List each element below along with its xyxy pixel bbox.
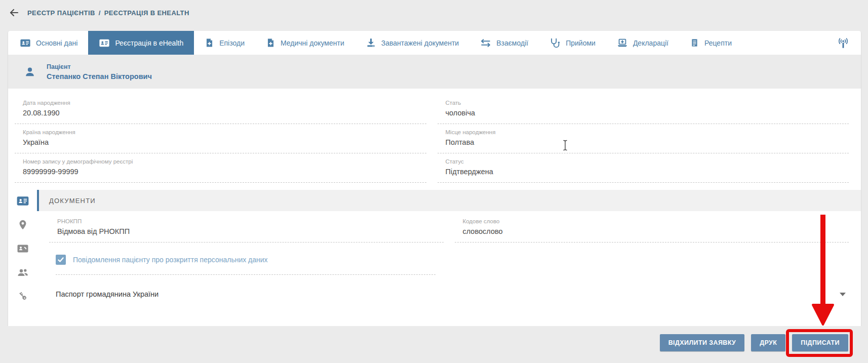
field-label: Номер запису у демографічному реєстрі <box>23 158 426 165</box>
field-value: чоловіча <box>446 109 849 117</box>
field-label: Країна народження <box>23 129 426 135</box>
documents-section: ДОКУМЕНТИ РНОКПП Відмова від РНОКПП Кодо… <box>37 190 861 326</box>
patient-form: Дата народження 20.08.1990 Стать чоловіч… <box>8 89 861 183</box>
broadcast-icon <box>837 36 850 50</box>
chevron-down-icon[interactable] <box>840 293 846 296</box>
passport-accordion[interactable]: Паспорт громадянина України <box>56 290 849 298</box>
laptop-plus-icon <box>617 37 628 49</box>
patient-label: Пацієнт <box>47 63 152 70</box>
field-label: Статус <box>446 158 849 165</box>
tab-main-data[interactable]: Основні дані <box>9 31 88 55</box>
tab-label: Рецепти <box>704 39 732 47</box>
breadcrumb-parent[interactable]: РЕЄСТР ПАЦІЄНТІВ <box>27 9 95 17</box>
tab-declarations[interactable]: Декларації <box>606 31 679 55</box>
patient-header: Пацієнт Степанко Степан Вікторович <box>8 55 861 89</box>
action-bar: ВІДХИЛИТИ ЗАЯВКУ ДРУК ПІДПИСАТИ <box>0 326 868 363</box>
sidebar-item-addresses[interactable] <box>16 218 29 231</box>
check-icon <box>57 256 64 263</box>
field-gender: Стать чоловіча <box>438 95 849 124</box>
patient-name: Степанко Степан Вікторович <box>47 72 152 80</box>
field-value: Підтверджена <box>446 168 849 176</box>
field-value: словослово <box>463 227 849 235</box>
id-card-icon <box>16 194 29 208</box>
field-birth-country: Країна народження Україна <box>15 124 426 153</box>
field-value: 20.08.1990 <box>23 109 426 117</box>
document-plus-icon <box>205 38 214 48</box>
field-rnokpp: РНОКПП Відмова від РНОКПП <box>49 213 444 243</box>
field-birth-date: Дата народження 20.08.1990 <box>15 95 426 124</box>
field-label: Місце народження <box>446 129 849 135</box>
tab-ehealth-registration[interactable]: Реєстрація в eHealth <box>88 31 194 55</box>
id-card-icon <box>20 37 31 49</box>
consent-row[interactable]: Повідомлення пацієнту про розкриття перс… <box>56 255 436 275</box>
tab-prescriptions[interactable]: Рецепти <box>679 31 742 55</box>
arrow-left-icon <box>8 7 20 19</box>
print-button[interactable]: ДРУК <box>751 334 785 351</box>
field-label: РНОКПП <box>57 218 444 224</box>
documents-section-header: ДОКУМЕНТИ <box>37 190 861 211</box>
field-value: Полтава <box>446 138 849 146</box>
tab-episodes[interactable]: Епізоди <box>194 31 255 55</box>
tab-uploaded-documents[interactable]: Завантажені документи <box>355 31 469 55</box>
id-card-icon <box>99 37 110 49</box>
field-label: Кодове слово <box>463 218 849 224</box>
consent-label: Повідомлення пацієнту про розкриття перс… <box>73 256 268 264</box>
tab-label: Декларації <box>633 39 668 47</box>
back-button[interactable] <box>8 6 21 19</box>
contact-card-phone-icon <box>17 243 29 255</box>
sidebar-item-contacts[interactable] <box>16 242 29 255</box>
field-value: Відмова від РНОКПП <box>57 227 444 235</box>
sidebar-item-relatives[interactable] <box>16 266 29 279</box>
tab-label: Епізоди <box>219 39 245 47</box>
field-label: Стать <box>446 100 849 106</box>
documents-title: ДОКУМЕНТИ <box>49 197 96 205</box>
receipt-icon <box>690 38 699 48</box>
map-pin-icon <box>17 219 28 230</box>
breadcrumb-current: РЕЄСТРАЦІЯ В EHEALTH <box>104 9 189 17</box>
tab-label: Завантажені документи <box>381 39 459 47</box>
breadcrumb: РЕЄСТР ПАЦІЄНТІВ / РЕЄСТРАЦІЯ В EHEALTH <box>0 0 868 25</box>
field-status: Статус Підтверджена <box>438 153 849 183</box>
tab-interactions[interactable]: Взаємодії <box>469 31 539 55</box>
field-value: 89999999-99999 <box>23 168 426 176</box>
field-birth-place: Місце народження Полтава <box>438 124 849 153</box>
tab-appointments[interactable]: Прийоми <box>539 31 606 55</box>
field-label: Дата народження <box>23 100 426 106</box>
field-value: Україна <box>23 138 426 146</box>
download-icon <box>366 37 376 48</box>
connection-status[interactable] <box>825 31 861 55</box>
tab-bar: Основні дані Реєстрація в eHealth Епізод… <box>8 31 861 55</box>
tab-label: Медичні документи <box>281 39 344 47</box>
sidebar-item-authentication[interactable] <box>16 290 29 303</box>
main-card: Основні дані Реєстрація в eHealth Епізод… <box>8 31 861 326</box>
field-registry-number: Номер запису у демографічному реєстрі 89… <box>15 153 426 183</box>
field-code-word: Кодове слово словослово <box>455 213 849 243</box>
tab-label: Прийоми <box>566 39 596 47</box>
arrows-exchange-icon <box>480 37 491 49</box>
document-plus-icon <box>266 38 275 48</box>
people-icon <box>17 266 29 278</box>
breadcrumb-separator: / <box>99 9 101 17</box>
tab-medical-documents[interactable]: Медичні документи <box>255 31 355 55</box>
screen: РЕЄСТР ПАЦІЄНТІВ / РЕЄСТРАЦІЯ В EHEALTH … <box>0 0 868 363</box>
consent-checkbox[interactable] <box>56 255 66 265</box>
sidebar-item-documents[interactable] <box>16 194 29 208</box>
reject-application-button[interactable]: ВІДХИЛИТИ ЗАЯВКУ <box>660 334 745 351</box>
person-icon <box>23 65 36 78</box>
key-icon <box>17 291 28 302</box>
sign-button[interactable]: ПІДПИСАТИ <box>792 334 848 351</box>
tab-label: Основні дані <box>36 39 77 47</box>
stethoscope-icon <box>549 37 561 49</box>
passport-label: Паспорт громадянина України <box>56 290 159 298</box>
tab-label: Взаємодії <box>496 39 528 47</box>
section-sidebar <box>8 190 37 326</box>
tab-label: Реєстрація в eHealth <box>115 39 183 47</box>
